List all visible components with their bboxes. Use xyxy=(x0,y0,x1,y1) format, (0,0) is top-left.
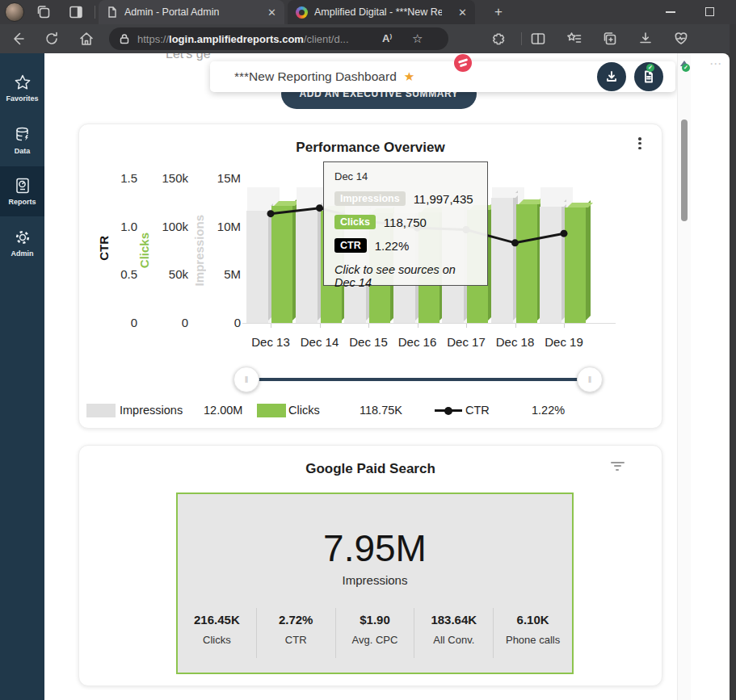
range-slider-handle-right[interactable]: ‖ xyxy=(577,367,603,392)
back-icon[interactable] xyxy=(10,31,26,47)
impressions-legend-swatch[interactable] xyxy=(86,404,116,417)
stat-all-conv: 183.64K All Conv. xyxy=(414,608,493,658)
app-sidebar: Favorites Data Reports Admin xyxy=(0,53,44,700)
read-aloud-icon[interactable]: A) xyxy=(382,32,392,44)
tab-admin-portal[interactable]: Admin - Portal Admin ✕ xyxy=(99,0,284,24)
sidebar-item-label: Data xyxy=(15,147,31,155)
download-button[interactable] xyxy=(597,62,626,91)
legend-ctr-value: 1.22% xyxy=(532,404,565,417)
chart-tooltip[interactable]: Dec 14 Impressions 11,997,435 Clicks 118… xyxy=(323,161,488,286)
range-slider-handle-left[interactable]: ‖ xyxy=(233,367,259,392)
browser-tab-bar: Admin - Portal Admin ✕ Amplified Digital… xyxy=(0,0,736,24)
split-screen-icon[interactable] xyxy=(530,31,546,47)
legend-impressions-label[interactable]: Impressions xyxy=(120,404,183,417)
page-scrollbar-thumb[interactable] xyxy=(681,119,688,221)
stat-value: 2.72% xyxy=(257,613,335,627)
browser-window: Let's ge Performance Overview CTR Clicks… xyxy=(0,0,736,700)
axis-tick: 0 xyxy=(192,316,241,330)
google-main-value: 7.95M xyxy=(178,526,572,570)
ctr-axis-title: CTR xyxy=(97,236,111,261)
google-metrics-box: 7.95M Impressions 216.45K Clicks 2.72% C… xyxy=(176,493,574,674)
favorites-bar-icon[interactable] xyxy=(566,31,582,47)
downloads-icon[interactable] xyxy=(637,31,654,47)
window-minimize-button[interactable] xyxy=(666,11,675,13)
tooltip-date: Dec 14 xyxy=(334,170,477,182)
url-scheme: https:// xyxy=(137,33,169,45)
x-axis-label: Dec 19 xyxy=(539,335,589,349)
x-axis-label: Dec 15 xyxy=(343,335,393,349)
sidebar-item-favorites[interactable]: Favorites xyxy=(0,63,44,113)
home-icon[interactable] xyxy=(78,31,95,47)
ctr-point[interactable] xyxy=(511,239,519,246)
extension-red-icon[interactable] xyxy=(454,54,472,72)
tooltip-ctr-value: 1.22% xyxy=(375,239,410,253)
window-edge xyxy=(730,24,736,700)
refresh-icon[interactable] xyxy=(44,31,60,47)
tab-amplified-digital[interactable]: Amplified Digital - ***New Repor ✕ xyxy=(288,0,475,24)
new-tab-button[interactable]: + xyxy=(490,3,507,21)
range-slider-track[interactable] xyxy=(246,378,590,381)
download-complete-badge: ✓ xyxy=(646,64,654,72)
stat-value: 216.45K xyxy=(178,613,256,627)
amplified-favicon xyxy=(296,6,308,19)
tab-title: Amplified Digital - ***New Repor xyxy=(314,6,442,18)
axis-tick: 0 xyxy=(89,316,137,330)
clicks-chip: Clicks xyxy=(334,215,376,229)
window-maximize-button[interactable] xyxy=(705,7,714,16)
url-path: /client/d... xyxy=(304,33,349,45)
legend-ctr-label[interactable]: CTR xyxy=(465,404,490,417)
dashboard-title: ***New Reporting Dashboard xyxy=(234,69,397,84)
window-corner xyxy=(721,53,730,61)
ctr-point[interactable] xyxy=(267,210,275,217)
document-icon xyxy=(642,70,655,83)
google-stats-row: 216.45K Clicks 2.72% CTR $1.90 Avg. CPC … xyxy=(178,608,572,658)
stat-avg-cpc: $1.90 Avg. CPC xyxy=(335,608,414,658)
lock-icon[interactable] xyxy=(119,33,130,44)
collections-icon[interactable] xyxy=(602,31,618,47)
ctr-legend-symbol[interactable] xyxy=(435,409,462,412)
filter-icon[interactable] xyxy=(610,462,625,473)
tooltip-row-clicks: Clicks 118,750 xyxy=(334,215,477,229)
star-icon xyxy=(14,73,32,91)
sidebar-item-label: Reports xyxy=(8,198,36,206)
sidebar-item-reports[interactable]: Reports xyxy=(0,166,44,216)
browser-essentials-icon[interactable] xyxy=(673,31,689,47)
sidebar-item-data[interactable]: Data xyxy=(0,115,44,166)
tab-title: Admin - Portal Admin xyxy=(124,6,219,18)
gear-icon xyxy=(14,228,32,246)
axis-tick: 10M xyxy=(192,220,241,234)
clicks-legend-swatch[interactable] xyxy=(257,404,286,417)
address-bar[interactable]: https://login.amplifiedreports.com/clien… xyxy=(109,27,448,50)
workspaces-icon[interactable] xyxy=(36,4,52,20)
tooltip-clicks-value: 118,750 xyxy=(384,216,427,229)
stat-label: All Conv. xyxy=(414,634,493,646)
extensions-icon[interactable] xyxy=(490,31,507,47)
tab-close-icon[interactable]: ✕ xyxy=(458,7,467,18)
add-favorite-star-icon[interactable]: ☆ xyxy=(412,31,423,46)
stat-label: Clicks xyxy=(178,634,256,646)
kebab-menu-icon[interactable] xyxy=(633,136,647,155)
ctr-point[interactable] xyxy=(316,204,323,212)
sidebar-item-admin[interactable]: Admin xyxy=(0,218,44,268)
toolbar-divider xyxy=(521,32,522,45)
impressions-chip: Impressions xyxy=(334,191,406,206)
tab-actions-icon[interactable] xyxy=(68,4,84,20)
essentials-badge: ✓ xyxy=(682,64,690,72)
settings-more-icon[interactable]: ⋯ xyxy=(709,57,722,71)
stat-ctr: 2.72% CTR xyxy=(256,608,335,658)
database-icon xyxy=(14,126,32,144)
ctr-point[interactable] xyxy=(561,230,568,237)
download-icon xyxy=(605,70,618,83)
stat-clicks: 216.45K Clicks xyxy=(178,608,256,658)
axis-tick: 0 xyxy=(140,316,188,330)
stat-phone-calls: 6.10K Phone calls xyxy=(493,608,572,658)
dashboard-header: ***New Reporting Dashboard ★ xyxy=(210,61,675,92)
legend-clicks-label[interactable]: Clicks xyxy=(288,404,320,417)
google-card-title: Google Paid Search xyxy=(79,461,662,477)
tooltip-impressions-value: 11,997,435 xyxy=(414,192,473,206)
favorite-star-icon[interactable]: ★ xyxy=(404,69,414,84)
profile-avatar[interactable] xyxy=(5,2,24,22)
tooltip-row-ctr: CTR 1.22% xyxy=(334,238,477,253)
stat-label: Phone calls xyxy=(494,634,572,646)
tab-close-icon[interactable]: ✕ xyxy=(267,7,276,18)
